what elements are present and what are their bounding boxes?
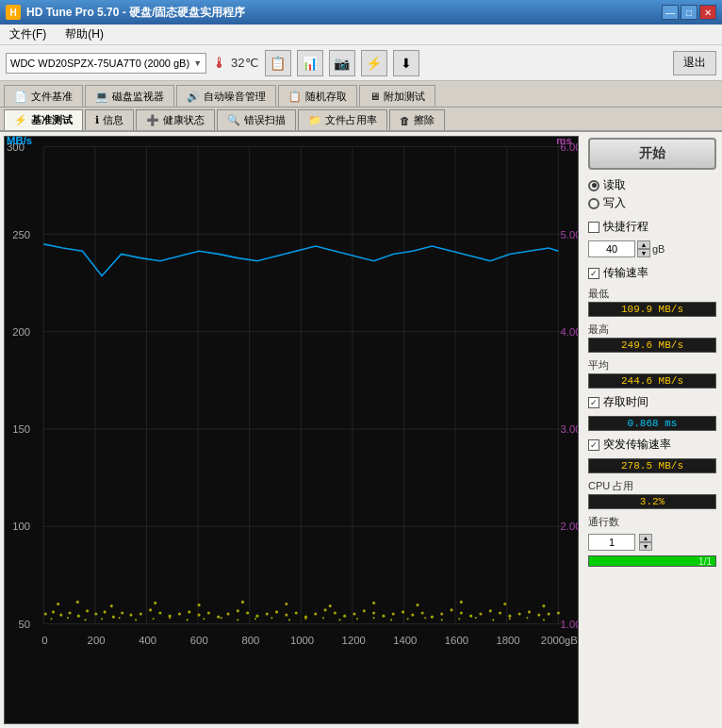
minimize-button[interactable]: — xyxy=(662,5,679,20)
svg-point-120 xyxy=(203,618,205,620)
access-time-row: 存取时间 xyxy=(588,394,716,410)
svg-point-82 xyxy=(411,614,414,617)
svg-point-92 xyxy=(508,615,511,618)
svg-point-61 xyxy=(207,611,210,614)
svg-text:50: 50 xyxy=(18,619,30,630)
svg-point-85 xyxy=(440,612,443,615)
tab-info-label: 信息 xyxy=(103,113,123,127)
svg-point-52 xyxy=(121,611,123,614)
svg-point-124 xyxy=(271,617,272,619)
tab-benchmark[interactable]: ⚡ 基准测试 xyxy=(4,109,83,130)
svg-point-134 xyxy=(441,619,443,620)
svg-point-51 xyxy=(112,616,115,619)
svg-point-125 xyxy=(288,619,290,620)
refresh-button[interactable]: ⚡ xyxy=(361,50,387,76)
maximize-button[interactable]: □ xyxy=(681,5,697,20)
start-button[interactable]: 开始 xyxy=(588,138,716,170)
progress-bar: 1/1 xyxy=(588,555,716,567)
pass-count-input[interactable]: 1 xyxy=(588,534,635,551)
svg-point-118 xyxy=(169,617,171,619)
drive-label: WDC WD20SPZX-75UA7T0 (2000 gB) xyxy=(10,58,189,69)
tab-file-usage[interactable]: 📁 文件占用率 xyxy=(298,109,387,130)
svg-point-97 xyxy=(557,611,560,614)
transfer-rate-checkbox[interactable] xyxy=(588,268,599,279)
info-button[interactable]: 📋 xyxy=(265,50,291,76)
transfer-rate-row: 传输速率 xyxy=(588,265,716,281)
radio-read[interactable]: 读取 xyxy=(588,177,716,193)
spin-up[interactable]: ▲ xyxy=(637,240,650,249)
health-icon: ➕ xyxy=(146,114,159,126)
monitor-button[interactable]: 📊 xyxy=(297,50,323,76)
svg-point-131 xyxy=(390,619,392,620)
access-time-stat: 0.868 ms xyxy=(588,416,716,431)
svg-point-123 xyxy=(254,618,256,620)
svg-text:800: 800 xyxy=(241,635,259,646)
svg-point-59 xyxy=(188,610,190,613)
svg-point-45 xyxy=(59,614,62,617)
tab-error-scan[interactable]: 🔍 错误扫描 xyxy=(217,109,296,130)
svg-point-67 xyxy=(266,612,269,615)
transfer-rate-label: 传输速率 xyxy=(603,265,648,281)
app-icon: H xyxy=(6,5,21,20)
svg-point-117 xyxy=(153,618,155,620)
tab-erase[interactable]: 🗑 擦除 xyxy=(389,109,445,130)
svg-point-95 xyxy=(537,614,540,617)
tab-extra-tests[interactable]: 🖥 附加测试 xyxy=(359,85,435,107)
pass-spin-up[interactable]: ▲ xyxy=(639,534,652,542)
svg-point-49 xyxy=(94,612,97,615)
tab-noise-mgmt[interactable]: 🔊 自动噪音管理 xyxy=(176,85,276,107)
pass-spin-down[interactable]: ▼ xyxy=(639,542,652,551)
tab-erase-label: 擦除 xyxy=(414,113,435,127)
quick-value-input[interactable]: 40 xyxy=(588,240,635,257)
tab-disk-monitor[interactable]: 💻 磁盘监视器 xyxy=(85,85,174,107)
svg-point-130 xyxy=(373,617,375,619)
tabs-row2: ⚡ 基准测试 ℹ 信息 ➕ 健康状态 🔍 错误扫描 📁 文件占用率 🗑 擦除 xyxy=(0,108,722,132)
download-button[interactable]: ⬇ xyxy=(393,50,419,76)
tab-health[interactable]: ➕ 健康状态 xyxy=(136,109,215,130)
burst-rate-row: 突发传输速率 xyxy=(588,437,716,453)
tab-health-label: 健康状态 xyxy=(163,113,205,127)
progress-text: 1/1 xyxy=(698,556,712,568)
svg-text:3.00: 3.00 xyxy=(560,423,578,435)
svg-point-110 xyxy=(542,604,545,607)
avg-label: 平均 xyxy=(588,358,716,372)
radio-write-label: 写入 xyxy=(603,195,626,211)
progress-fill xyxy=(589,556,715,566)
radio-write[interactable]: 写入 xyxy=(588,195,716,211)
svg-point-72 xyxy=(314,612,317,615)
svg-text:0: 0 xyxy=(41,635,47,646)
tab-info[interactable]: ℹ 信息 xyxy=(85,109,134,130)
cpu-label: CPU 占用 xyxy=(588,479,716,493)
svg-point-69 xyxy=(285,614,287,617)
close-button[interactable]: ✕ xyxy=(699,5,716,20)
svg-text:100: 100 xyxy=(12,521,30,532)
tab-random-access[interactable]: 📋 随机存取 xyxy=(278,85,357,107)
svg-point-138 xyxy=(509,618,511,620)
quick-check-checkbox[interactable] xyxy=(588,222,599,233)
menu-file[interactable]: 文件(F) xyxy=(4,25,52,44)
svg-text:5.00: 5.00 xyxy=(560,228,578,240)
burst-rate-checkbox[interactable] xyxy=(588,439,599,451)
svg-text:1000: 1000 xyxy=(290,635,314,646)
quick-value-spinner[interactable]: ▲ ▼ xyxy=(637,240,650,257)
menu-help[interactable]: 帮助(H) xyxy=(59,25,109,44)
tab-file-benchmark[interactable]: 📄 文件基准 xyxy=(4,85,83,107)
svg-point-137 xyxy=(492,619,494,620)
access-time-checkbox[interactable] xyxy=(588,397,599,408)
svg-text:150: 150 xyxy=(12,423,30,435)
svg-point-76 xyxy=(353,612,355,615)
pass-count-spinner[interactable]: ▲ ▼ xyxy=(639,534,652,551)
drive-select[interactable]: WDC WD20SPZX-75UA7T0 (2000 gB) ▼ xyxy=(6,53,206,74)
svg-point-53 xyxy=(129,614,132,617)
svg-point-64 xyxy=(237,609,239,612)
svg-point-90 xyxy=(489,609,492,612)
svg-text:400: 400 xyxy=(139,635,156,646)
svg-point-107 xyxy=(416,604,418,606)
exit-button[interactable]: 退出 xyxy=(673,51,716,75)
spin-down[interactable]: ▼ xyxy=(637,249,650,257)
main-content: 300 250 200 150 100 50 MB/s 6.00 5.00 4.… xyxy=(0,132,722,728)
snapshot-button[interactable]: 📷 xyxy=(329,50,355,76)
svg-point-55 xyxy=(149,608,152,611)
svg-point-54 xyxy=(139,612,142,615)
tabs-row1: 📄 文件基准 💻 磁盘监视器 🔊 自动噪音管理 📋 随机存取 🖥 附加测试 xyxy=(0,81,722,108)
